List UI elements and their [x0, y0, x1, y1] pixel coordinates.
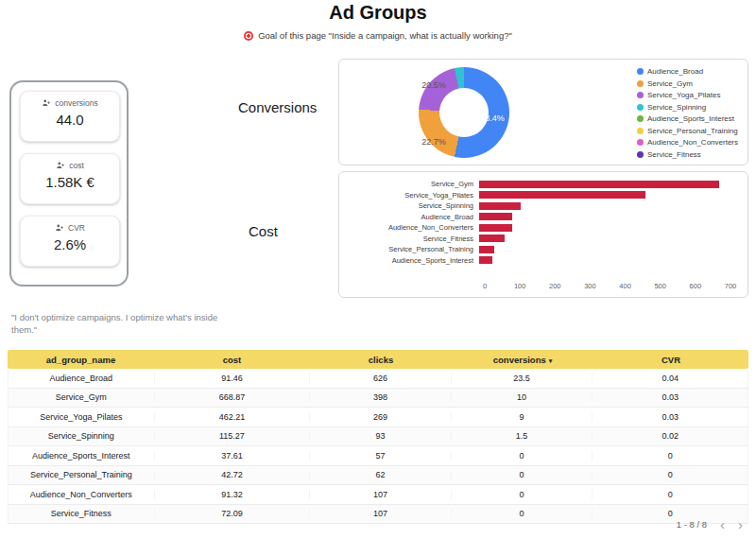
- bar-category-label: Service_Personal_Training: [339, 245, 479, 253]
- cell-value: 91.46: [155, 374, 311, 383]
- kpi-panel: conversions 44.0 cost 1.58K € CVR 2.6%: [9, 80, 129, 287]
- legend-label: Service_Yoga_Pilates: [647, 91, 721, 99]
- header-ad-group-name[interactable]: ad_group_name: [8, 355, 154, 365]
- prev-page-icon[interactable]: ‹: [720, 517, 725, 531]
- bar-track: [479, 235, 730, 242]
- cell-value: 62: [310, 470, 452, 479]
- legend-item[interactable]: Service_Spinning: [637, 103, 738, 112]
- legend-item[interactable]: Service_Fitness: [637, 150, 738, 159]
- cell-value: 91.32: [155, 490, 311, 499]
- cell-value: 398: [310, 392, 452, 402]
- legend-label: Service_Gym: [647, 79, 693, 88]
- pagination: 1 - 8 / 8 ‹ ›: [677, 517, 743, 531]
- chart-legend: Audience_BroadService_GymService_Yoga_Pi…: [637, 67, 738, 159]
- cost-bar[interactable]: [479, 235, 505, 242]
- table-row[interactable]: Service_Fitness72.0910700: [8, 505, 748, 525]
- bar-row: Service_Personal_Training: [339, 244, 747, 255]
- legend-dot: [637, 139, 644, 146]
- cell-value: 0: [593, 470, 747, 479]
- kpi-card-conversions[interactable]: conversions 44.0: [20, 91, 120, 142]
- cell-ad-group-name: Service_Fitness: [9, 509, 155, 518]
- x-axis-tick: 500: [654, 282, 666, 290]
- bar-row: Service_Gym: [339, 179, 747, 190]
- table-row[interactable]: Service_Yoga_Pilates462.2126990.03: [8, 408, 748, 427]
- legend-dot: [637, 68, 644, 75]
- x-axis-tick: 700: [725, 282, 737, 290]
- cell-value: 626: [310, 374, 452, 383]
- header-conversions[interactable]: conversions▾: [452, 355, 593, 365]
- donut-chart[interactable]: 53.4% 22.7% 20.5%: [419, 67, 509, 158]
- cell-ad-group-name: Service_Gym: [9, 392, 155, 402]
- page-title: Ad Groups: [0, 2, 756, 24]
- kpi-card-cost[interactable]: cost 1.58K €: [20, 153, 120, 204]
- table-row[interactable]: Service_Spinning115.27931.50.02: [8, 427, 748, 447]
- table-row[interactable]: Audience_Non_Converters91.3210700: [8, 485, 748, 505]
- legend-item[interactable]: Service_Personal_Training: [637, 127, 738, 135]
- x-axis-tick: 400: [619, 282, 631, 290]
- legend-item[interactable]: Audience_Non_Converters: [637, 138, 738, 147]
- header-cost[interactable]: cost: [154, 355, 310, 365]
- cost-bar[interactable]: [479, 246, 494, 253]
- bar-row: Audience_Sports_Interest: [339, 255, 747, 267]
- header-clicks[interactable]: clicks: [310, 355, 452, 365]
- bar-category-label: Audience_Broad: [339, 213, 479, 221]
- kpi-card-header: conversions: [21, 92, 119, 108]
- cost-bar[interactable]: [479, 181, 719, 188]
- bar-category-label: Service_Spinning: [339, 201, 479, 210]
- header-cvr[interactable]: CVR: [593, 355, 748, 365]
- cost-bar[interactable]: [479, 213, 512, 220]
- cell-value: 57: [310, 451, 452, 461]
- cell-value: 9: [452, 412, 593, 422]
- legend-dot: [637, 80, 644, 87]
- person-add-icon: [55, 223, 64, 233]
- table-body: Audience_Broad91.4662623.50.04Service_Gy…: [8, 369, 748, 524]
- bar-track: [479, 191, 730, 199]
- kpi-card-cvr[interactable]: CVR 2.6%: [20, 216, 120, 267]
- cell-value: 0.03: [593, 412, 747, 422]
- cost-bar[interactable]: [479, 202, 521, 210]
- legend-label: Service_Spinning: [647, 103, 706, 112]
- cost-section-label: Cost: [249, 223, 278, 239]
- table-row[interactable]: Audience_Sports_Interest37.615700: [8, 446, 748, 466]
- kpi-value: 2.6%: [21, 233, 119, 252]
- table-row[interactable]: Service_Personal_Training42.726200: [8, 466, 748, 486]
- x-axis: 0100200300400500600700: [485, 282, 730, 291]
- bar-track: [479, 256, 730, 264]
- legend-item[interactable]: Audience_Broad: [637, 67, 738, 76]
- bar-chart[interactable]: Service_GymService_Yoga_PilatesService_S…: [339, 179, 747, 266]
- bar-category-label: Service_Yoga_Pilates: [339, 191, 479, 200]
- next-page-icon[interactable]: ›: [738, 517, 743, 531]
- x-axis-tick: 300: [584, 282, 596, 290]
- legend-item[interactable]: Service_Yoga_Pilates: [637, 91, 738, 99]
- x-axis-tick: 0: [483, 282, 487, 290]
- cell-value: 23.5: [452, 374, 593, 383]
- cell-value: 269: [310, 412, 452, 422]
- legend-item[interactable]: Audience_Sports_Interest: [637, 114, 738, 123]
- cell-value: 668.87: [155, 392, 311, 402]
- goal-text: Goal of this page "Inside a campaign, wh…: [258, 30, 512, 41]
- cost-bar[interactable]: [479, 224, 512, 232]
- pagination-range: 1 - 8 / 8: [677, 519, 707, 530]
- donut-slice-label: 22.7%: [421, 137, 446, 147]
- cell-value: 0: [452, 451, 593, 461]
- bar-track: [479, 246, 730, 253]
- cell-value: 0.02: [593, 431, 747, 441]
- bar-track: [479, 202, 730, 210]
- bar-track: [479, 213, 730, 220]
- table-row[interactable]: Audience_Broad91.4662623.50.04: [8, 369, 748, 389]
- legend-label: Audience_Non_Converters: [647, 138, 738, 147]
- cost-bar[interactable]: [479, 191, 645, 199]
- kpi-value: 1.58K €: [21, 170, 119, 190]
- cost-bar[interactable]: [479, 256, 492, 264]
- cell-value: 0: [593, 451, 747, 461]
- kpi-card-header: cost: [21, 154, 119, 170]
- goal-subtitle: Goal of this page "Inside a campaign, wh…: [0, 30, 756, 41]
- cell-ad-group-name: Service_Yoga_Pilates: [9, 412, 155, 422]
- legend-item[interactable]: Service_Gym: [637, 79, 738, 88]
- table-row[interactable]: Service_Gym668.87398100.03: [8, 389, 748, 409]
- cell-value: 0.03: [593, 392, 747, 402]
- bar-track: [479, 224, 730, 232]
- cell-value: 0: [452, 490, 593, 499]
- cell-value: 93: [310, 431, 452, 441]
- cell-ad-group-name: Audience_Non_Converters: [9, 490, 155, 499]
